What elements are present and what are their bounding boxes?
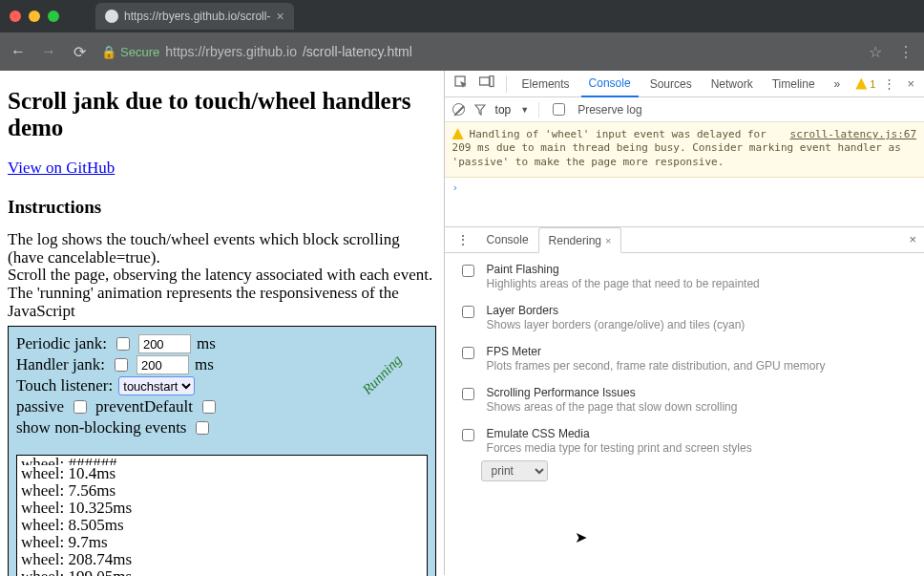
layer-borders-checkbox[interactable] — [462, 306, 474, 318]
layer-borders-title: Layer Borders — [487, 304, 746, 317]
svg-rect-2 — [490, 76, 494, 87]
close-icon: × — [909, 232, 916, 246]
kebab-icon: ⋮ — [456, 232, 470, 247]
kebab-icon: ⋮ — [883, 76, 895, 91]
css-media-select[interactable]: print — [481, 460, 548, 481]
context-selector[interactable]: top — [495, 103, 512, 117]
drawer-close-button[interactable]: × — [905, 232, 920, 246]
forward-arrow-icon: → — [41, 43, 56, 60]
scrolling-issues-checkbox[interactable] — [462, 388, 474, 400]
rendering-drawer: Paint Flashing Highlights areas of the p… — [445, 253, 924, 575]
preserve-log-label: Preserve log — [578, 103, 641, 117]
fps-meter-checkbox[interactable] — [462, 347, 474, 359]
bookmark-button[interactable]: ☆ — [867, 43, 884, 60]
log-line: wheel: 10.4ms — [21, 465, 423, 482]
close-drawer-tab-icon[interactable]: × — [605, 235, 611, 246]
handler-jank-checkbox[interactable] — [115, 358, 128, 372]
chevron-down-icon: ▼ — [520, 105, 529, 115]
reload-button[interactable]: ⟳ — [71, 43, 88, 60]
window-titlebar: https://rbyers.github.io/scroll- × — [0, 0, 924, 32]
periodic-jank-label: Periodic jank: — [16, 334, 107, 353]
clear-console-button[interactable] — [452, 103, 465, 116]
log-line: wheel: 10.325ms — [21, 500, 423, 517]
secure-label: Secure — [120, 45, 159, 59]
warning-count: 1 — [870, 78, 875, 90]
divider — [538, 102, 539, 117]
device-icon — [479, 75, 494, 89]
scrolling-issues-desc: Shows areas of the page that slow down s… — [487, 400, 738, 414]
emulate-css-media-title: Emulate CSS Media — [487, 427, 752, 440]
minimize-window-button[interactable] — [29, 11, 40, 22]
layer-borders-desc: Shows layer borders (orange/olive) and t… — [487, 318, 746, 331]
show-nonblocking-checkbox[interactable] — [196, 421, 209, 435]
github-link[interactable]: View on GitHub — [8, 159, 115, 177]
page-title: Scroll jank due to touch/wheel handlers … — [8, 88, 436, 141]
periodic-jank-input[interactable] — [138, 334, 191, 353]
scrolling-issues-title: Scrolling Performance Issues — [487, 386, 738, 399]
event-log[interactable]: wheel: ###### wheel: 10.4ms wheel: 7.56m… — [16, 455, 428, 576]
handler-jank-input[interactable] — [136, 355, 189, 374]
ms-label: ms — [197, 334, 216, 353]
devtools-settings-button[interactable]: ⋮ — [879, 76, 899, 91]
browser-menu-button[interactable]: ⋮ — [897, 43, 914, 60]
page-viewport[interactable]: Scroll jank due to touch/wheel handlers … — [0, 71, 445, 575]
maximize-window-button[interactable] — [48, 11, 59, 22]
funnel-icon — [474, 104, 486, 116]
filter-button[interactable] — [474, 104, 486, 116]
browser-tab[interactable]: https://rbyers.github.io/scroll- × — [95, 3, 294, 30]
instructions-line-2: Scroll the page, observing the latency a… — [8, 267, 436, 285]
drawer-tab-rendering[interactable]: Rendering × — [538, 227, 622, 253]
log-line: wheel: 9.7ms — [21, 534, 423, 551]
periodic-jank-checkbox[interactable] — [116, 337, 130, 351]
address-bar[interactable]: 🔒 Secure https://rbyers.github.io/scroll… — [101, 44, 853, 59]
console-source-link[interactable]: scroll-latency.js:67 — [790, 128, 916, 141]
emulate-css-media-desc: Forces media type for testing print and … — [487, 441, 752, 455]
tab-timeline[interactable]: Timeline — [765, 71, 823, 96]
back-button[interactable]: ← — [10, 43, 27, 60]
drawer-tab-console[interactable]: Console — [477, 226, 538, 252]
svg-rect-1 — [479, 77, 489, 85]
paint-flashing-checkbox[interactable] — [462, 265, 474, 277]
url-path: /scroll-latency.html — [303, 44, 412, 59]
tab-favicon-icon — [105, 10, 118, 23]
kebab-icon: ⋮ — [898, 43, 914, 61]
reload-icon: ⟳ — [74, 43, 86, 61]
secure-badge: 🔒 Secure — [101, 45, 159, 59]
inspect-element-button[interactable] — [451, 75, 472, 92]
preventdefault-label: preventDefault — [95, 397, 193, 416]
close-tab-icon[interactable]: × — [276, 9, 284, 24]
star-icon: ☆ — [869, 43, 882, 61]
tab-console[interactable]: Console — [581, 71, 639, 97]
tab-sources[interactable]: Sources — [642, 71, 700, 96]
url-host: https://rbyers.github.io — [165, 44, 297, 59]
back-arrow-icon: ← — [10, 43, 26, 60]
passive-label: passive — [16, 397, 64, 416]
preserve-log-checkbox[interactable] — [553, 103, 565, 116]
touch-listener-label: Touch listener: — [16, 376, 113, 395]
divider — [506, 75, 507, 93]
tab-more[interactable]: » — [827, 71, 849, 96]
mouse-cursor-icon: ➤ — [575, 528, 587, 546]
preventdefault-checkbox[interactable] — [202, 400, 216, 414]
drawer-menu-button[interactable]: ⋮ — [449, 232, 477, 247]
ms-label: ms — [195, 355, 214, 374]
devtools-tabbar: Elements Console Sources Network Timelin… — [445, 71, 924, 97]
log-line: wheel: 8.505ms — [21, 517, 423, 534]
instructions-line-1: The log shows the touch/wheel events whi… — [8, 231, 436, 267]
warning-triangle-icon — [855, 78, 867, 90]
drawer-tab-rendering-label: Rendering — [549, 234, 601, 247]
fps-meter-desc: Plots frames per second, frame rate dist… — [487, 359, 826, 373]
touch-listener-select[interactable]: touchstart — [118, 376, 195, 395]
warning-triangle-icon — [452, 128, 464, 139]
warning-count-chip[interactable]: 1 — [855, 78, 875, 90]
device-toolbar-button[interactable] — [475, 75, 498, 92]
emulate-css-media-checkbox[interactable] — [462, 429, 474, 441]
forward-button[interactable]: → — [40, 43, 57, 60]
console-prompt[interactable]: › — [445, 178, 924, 198]
devtools-close-button[interactable]: × — [903, 76, 918, 91]
passive-checkbox[interactable] — [74, 400, 87, 414]
close-window-button[interactable] — [10, 11, 21, 22]
tab-elements[interactable]: Elements — [514, 71, 578, 96]
console-warning-text-a: Handling of 'wheel' input event was dela… — [470, 128, 766, 140]
tab-network[interactable]: Network — [704, 71, 761, 96]
